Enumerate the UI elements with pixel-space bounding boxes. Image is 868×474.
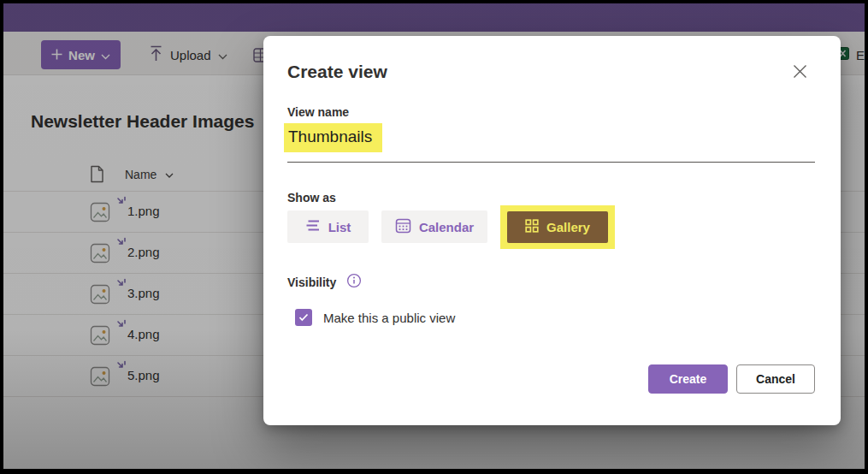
screenshot-frame: New Upload Ex Newsletter Header Images [0,0,868,474]
list-icon [305,219,321,235]
gallery-icon [525,219,539,235]
public-view-checkbox-row[interactable]: Make this a public view [295,309,455,326]
view-name-input[interactable]: Thumbnails [287,128,815,163]
visibility-label: Visibility [287,273,362,291]
show-as-calendar-button[interactable]: Calendar [381,210,487,243]
close-button[interactable] [788,61,812,85]
visibility-info-button[interactable] [346,273,362,291]
show-as-gallery-button[interactable]: Gallery [507,211,608,243]
public-view-checkbox-label: Make this a public view [323,311,455,325]
view-name-label: View name [287,105,349,119]
calendar-icon [395,217,411,236]
gallery-highlight: Gallery [500,205,615,249]
create-view-dialog: Create view View name Thumbnails Show as… [263,36,841,425]
show-as-list-button[interactable]: List [287,210,369,243]
dialog-actions: Create Cancel [648,364,815,394]
dialog-title: Create view [287,62,387,82]
public-view-checkbox[interactable] [295,309,312,326]
cancel-button[interactable]: Cancel [736,364,815,394]
info-icon [346,273,362,291]
create-button[interactable]: Create [648,364,728,394]
view-name-value: Thumbnails [284,123,382,152]
show-as-label: Show as [287,191,336,204]
show-as-options: List Calendar Gallery [287,210,615,243]
close-icon [792,63,808,82]
checkmark-icon [298,310,309,325]
